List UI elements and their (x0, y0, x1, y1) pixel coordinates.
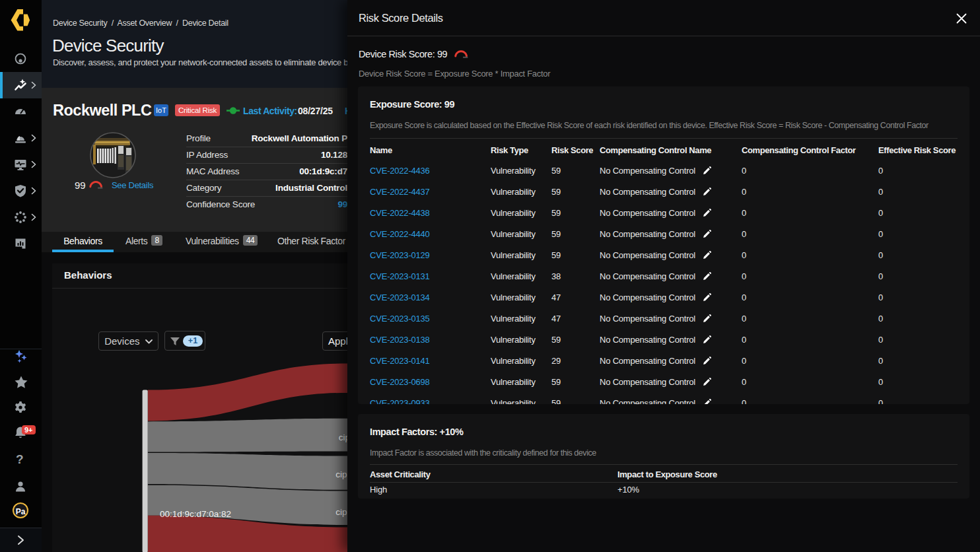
svg-text:cip-: cip- (335, 507, 347, 517)
svg-text:cip: cip (339, 432, 347, 442)
svg-text:00:1d:9c:d7:0a:82: 00:1d:9c:d7:0a:82 (160, 509, 231, 519)
svg-text:cip-: cip- (335, 469, 347, 479)
